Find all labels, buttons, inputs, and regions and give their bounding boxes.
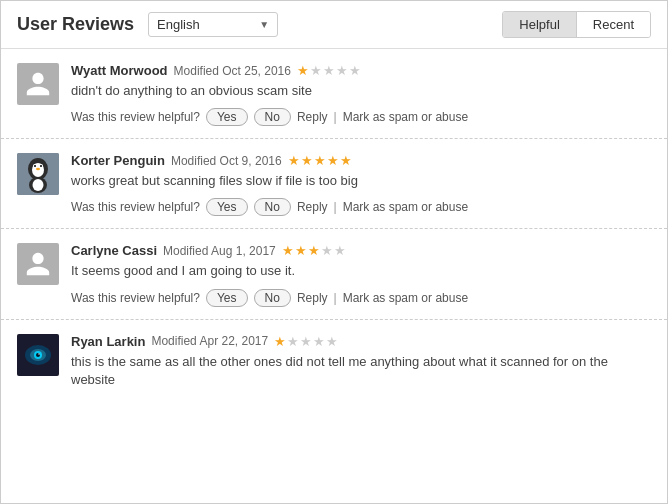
yes-button[interactable]: Yes bbox=[206, 108, 248, 126]
reviews-list: Wyatt Morwood Modified Oct 25, 2016 ★ ★ … bbox=[1, 49, 667, 409]
reviewer-name: Carlyne Cassi bbox=[71, 243, 157, 258]
review-actions: Was this review helpful? Yes No Reply | … bbox=[71, 198, 651, 216]
reviewer-name: Korter Penguin bbox=[71, 153, 165, 168]
avatar bbox=[17, 334, 59, 376]
star-5: ★ bbox=[349, 63, 361, 78]
table-row: Ryan Larkin Modified Apr 22, 2017 ★ ★ ★ … bbox=[1, 320, 667, 409]
separator: | bbox=[334, 200, 337, 214]
review-actions: Was this review helpful? Yes No Reply | … bbox=[71, 289, 651, 307]
review-date: Modified Oct 9, 2016 bbox=[171, 154, 282, 168]
reply-link[interactable]: Reply bbox=[297, 291, 328, 305]
review-date: Modified Apr 22, 2017 bbox=[151, 334, 268, 348]
review-header: Wyatt Morwood Modified Oct 25, 2016 ★ ★ … bbox=[71, 63, 651, 78]
review-content: Korter Penguin Modified Oct 9, 2016 ★ ★ … bbox=[71, 153, 651, 216]
star-rating: ★ ★ ★ ★ ★ bbox=[288, 153, 352, 168]
helpful-question: Was this review helpful? bbox=[71, 110, 200, 124]
star-5: ★ bbox=[326, 334, 338, 349]
helpful-question: Was this review helpful? bbox=[71, 291, 200, 305]
star-3: ★ bbox=[300, 334, 312, 349]
review-content: Wyatt Morwood Modified Oct 25, 2016 ★ ★ … bbox=[71, 63, 651, 126]
review-actions: Was this review helpful? Yes No Reply | … bbox=[71, 108, 651, 126]
star-2: ★ bbox=[295, 243, 307, 258]
star-4: ★ bbox=[313, 334, 325, 349]
yes-button[interactable]: Yes bbox=[206, 198, 248, 216]
table-row: Korter Penguin Modified Oct 9, 2016 ★ ★ … bbox=[1, 139, 667, 229]
language-label: English bbox=[157, 17, 200, 32]
helpful-button[interactable]: Helpful bbox=[503, 12, 576, 37]
star-3: ★ bbox=[308, 243, 320, 258]
review-text: works great but scanning files slow if f… bbox=[71, 172, 651, 190]
page-title: User Reviews bbox=[17, 14, 134, 35]
svg-point-5 bbox=[34, 165, 36, 167]
review-header: Carlyne Cassi Modified Aug 1, 2017 ★ ★ ★… bbox=[71, 243, 651, 258]
no-button[interactable]: No bbox=[254, 108, 291, 126]
star-1: ★ bbox=[297, 63, 309, 78]
separator: | bbox=[334, 110, 337, 124]
spam-link[interactable]: Mark as spam or abuse bbox=[343, 291, 468, 305]
review-header: Ryan Larkin Modified Apr 22, 2017 ★ ★ ★ … bbox=[71, 334, 651, 349]
star-rating: ★ ★ ★ ★ ★ bbox=[297, 63, 361, 78]
star-3: ★ bbox=[323, 63, 335, 78]
star-4: ★ bbox=[336, 63, 348, 78]
table-row: Wyatt Morwood Modified Oct 25, 2016 ★ ★ … bbox=[1, 49, 667, 139]
spam-link[interactable]: Mark as spam or abuse bbox=[343, 110, 468, 124]
review-content: Ryan Larkin Modified Apr 22, 2017 ★ ★ ★ … bbox=[71, 334, 651, 397]
star-1: ★ bbox=[274, 334, 286, 349]
review-date: Modified Oct 25, 2016 bbox=[174, 64, 291, 78]
helpful-question: Was this review helpful? bbox=[71, 200, 200, 214]
star-1: ★ bbox=[288, 153, 300, 168]
avatar bbox=[17, 243, 59, 285]
chevron-down-icon: ▼ bbox=[259, 19, 269, 30]
yes-button[interactable]: Yes bbox=[206, 289, 248, 307]
review-text: It seems good and I am going to use it. bbox=[71, 262, 651, 280]
no-button[interactable]: No bbox=[254, 289, 291, 307]
review-text: didn't do anything to an obvious scam si… bbox=[71, 82, 651, 100]
star-1: ★ bbox=[282, 243, 294, 258]
svg-point-7 bbox=[36, 168, 40, 170]
star-rating: ★ ★ ★ ★ ★ bbox=[274, 334, 338, 349]
reviewer-name: Wyatt Morwood bbox=[71, 63, 168, 78]
star-3: ★ bbox=[314, 153, 326, 168]
star-2: ★ bbox=[301, 153, 313, 168]
recent-button[interactable]: Recent bbox=[577, 12, 650, 37]
spam-link[interactable]: Mark as spam or abuse bbox=[343, 200, 468, 214]
avatar bbox=[17, 153, 59, 195]
star-5: ★ bbox=[334, 243, 346, 258]
star-4: ★ bbox=[327, 153, 339, 168]
language-select[interactable]: English ▼ bbox=[148, 12, 278, 37]
avatar bbox=[17, 63, 59, 105]
review-date: Modified Aug 1, 2017 bbox=[163, 244, 276, 258]
default-avatar bbox=[17, 243, 59, 285]
default-avatar bbox=[17, 63, 59, 105]
table-row: Carlyne Cassi Modified Aug 1, 2017 ★ ★ ★… bbox=[1, 229, 667, 319]
review-header: Korter Penguin Modified Oct 9, 2016 ★ ★ … bbox=[71, 153, 651, 168]
star-rating: ★ ★ ★ ★ ★ bbox=[282, 243, 346, 258]
star-4: ★ bbox=[321, 243, 333, 258]
reply-link[interactable]: Reply bbox=[297, 200, 328, 214]
review-text: this is the same as all the other ones d… bbox=[71, 353, 651, 389]
svg-point-6 bbox=[40, 165, 42, 167]
svg-point-15 bbox=[38, 353, 40, 355]
separator: | bbox=[334, 291, 337, 305]
no-button[interactable]: No bbox=[254, 198, 291, 216]
sort-buttons: Helpful Recent bbox=[502, 11, 651, 38]
reply-link[interactable]: Reply bbox=[297, 110, 328, 124]
review-content: Carlyne Cassi Modified Aug 1, 2017 ★ ★ ★… bbox=[71, 243, 651, 306]
star-2: ★ bbox=[287, 334, 299, 349]
star-2: ★ bbox=[310, 63, 322, 78]
user-reviews-panel: User Reviews English ▼ Helpful Recent Wy… bbox=[0, 0, 668, 504]
star-5: ★ bbox=[340, 153, 352, 168]
header: User Reviews English ▼ Helpful Recent bbox=[1, 1, 667, 49]
reviewer-name: Ryan Larkin bbox=[71, 334, 145, 349]
svg-point-9 bbox=[33, 179, 44, 191]
